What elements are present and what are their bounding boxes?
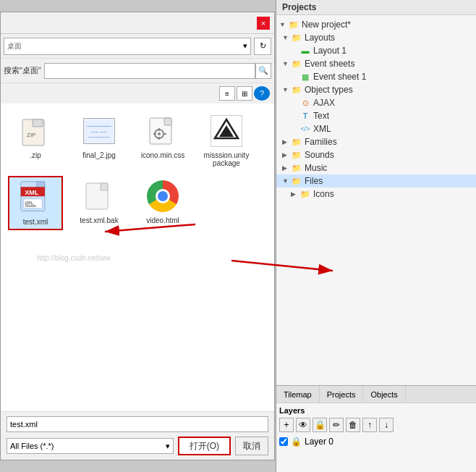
close-button[interactable]: × <box>257 17 270 30</box>
css-file-label: icono.min.css <box>141 151 185 159</box>
zip-file-label: .zip <box>30 151 41 159</box>
refresh-button[interactable]: ↻ <box>254 38 271 55</box>
search-bar: 搜索"桌面" 🔍 <box>1 59 274 83</box>
expand-arrow: ▼ <box>282 34 291 41</box>
delete-button[interactable]: 🗑 <box>346 418 360 432</box>
file-item-zip[interactable]: ZIP .zip <box>8 111 63 170</box>
folder-icon: 📁 <box>299 189 311 199</box>
xml-file-icon: XML XML Studio <box>18 180 53 215</box>
move-down-button[interactable]: ↓ <box>379 418 394 432</box>
search-button[interactable]: 🔍 <box>255 63 271 79</box>
layer-name: Layer 0 <box>305 437 333 447</box>
tree-label-families: Families <box>305 137 337 147</box>
open-button[interactable]: 打开(O) <box>178 437 231 455</box>
tree-item-layouts[interactable]: ▼ 📁 Layouts <box>276 31 476 44</box>
tree-label-eventsheet1: Event sheet 1 <box>313 72 366 82</box>
filename-input[interactable] <box>7 416 268 432</box>
edit-button[interactable]: ✏ <box>329 418 344 432</box>
no-arrow: ▶ <box>282 164 291 172</box>
view-controls: ≡ ⊞ ? <box>1 83 274 104</box>
tree-item-music[interactable]: ▶ 📁 Music <box>276 161 476 174</box>
tree-label-icons: Icons <box>313 189 334 199</box>
tree-item-families[interactable]: ▶ 📁 Families <box>276 135 476 148</box>
layers-header: Layers <box>279 406 473 415</box>
tree-item-layout1[interactable]: ▶ ▬ Layout 1 <box>276 44 476 57</box>
unity-file-label: misssion.unitypackage <box>202 151 251 167</box>
tree-item-icons[interactable]: ▶ 📁 Icons <box>276 187 476 201</box>
tree-label-layout1: Layout 1 <box>313 46 347 56</box>
tree-label-sounds: Sounds <box>305 150 334 160</box>
dialog-titlebar: × <box>1 12 274 34</box>
tree-item-eventsheet1[interactable]: ▶ ▦ Event sheet 1 <box>276 70 476 83</box>
file-item-xml[interactable]: XML XML Studio test.xml <box>8 176 63 230</box>
tree-item-ajax[interactable]: ▶ ⊙ AJAX <box>276 96 476 109</box>
file-item-bak[interactable]: test.xml.bak <box>72 176 127 230</box>
tree-label-eventsheets: Event sheets <box>305 59 354 69</box>
tree-label-newproject: New project* <box>302 20 351 30</box>
tree-label-ajax: AJAX <box>313 98 335 108</box>
folder-icon: 📁 <box>291 137 302 147</box>
tree-label-layouts: Layouts <box>305 33 335 43</box>
tab-projects[interactable]: Projects <box>320 386 364 403</box>
tab-tilemap[interactable]: Tilemap <box>276 386 320 403</box>
add-layer-button[interactable]: + <box>279 418 294 432</box>
folder-icon: 📁 <box>291 176 302 186</box>
cancel-button[interactable]: 取消 <box>235 437 268 455</box>
layers-area: Layers + 👁 🔒 ✏ 🗑 ↑ ↓ 🔒 Layer 0 <box>276 403 476 472</box>
footer-row2: All Files (*.*) ▾ 打开(O) 取消 <box>7 437 268 455</box>
visibility-button[interactable]: 👁 <box>296 418 310 432</box>
layer-item-0[interactable]: 🔒 Layer 0 <box>279 435 473 448</box>
tree-item-eventsheets[interactable]: ▼ 📁 Event sheets <box>276 57 476 70</box>
list-view-button[interactable]: ≡ <box>219 86 235 101</box>
html-file-icon <box>145 179 180 214</box>
folder-icon: 📁 <box>288 20 299 30</box>
tree-label-music: Music <box>305 163 327 173</box>
css-file-icon <box>145 114 180 148</box>
filetype-select[interactable]: All Files (*.*) ▾ <box>7 438 174 454</box>
bottom-tabs: Tilemap Projects Objects <box>276 386 476 403</box>
file-item-css[interactable]: icono.min.css <box>135 111 190 170</box>
file-item-jpg[interactable]: ────── ── ── ────── final_2.jpg <box>72 111 127 170</box>
jpg-file-icon: ────── ── ── ────── <box>82 114 116 148</box>
move-up-button[interactable]: ↑ <box>362 418 377 432</box>
layers-toolbar: + 👁 🔒 ✏ 🗑 ↑ ↓ <box>279 418 473 432</box>
tree-item-sounds[interactable]: ▶ 📁 Sounds <box>276 148 476 161</box>
svg-rect-1 <box>33 119 43 127</box>
svg-point-6 <box>158 132 161 135</box>
layer-visibility-checkbox[interactable] <box>279 437 288 446</box>
help-button[interactable]: ? <box>254 86 270 101</box>
dialog-footer: All Files (*.*) ▾ 打开(O) 取消 <box>1 411 274 460</box>
folder-icon: 📁 <box>291 163 302 173</box>
eventsheet-icon: ▦ <box>299 72 311 82</box>
folder-icon: 📁 <box>291 85 302 95</box>
expand-arrow: ▼ <box>279 21 288 28</box>
tree-item-files[interactable]: ▼ 📁 Files <box>276 174 476 187</box>
ajax-icon: ⊙ <box>299 98 311 108</box>
tree-item-text[interactable]: ▶ T Text <box>276 109 476 122</box>
tree-label-files: Files <box>305 176 323 186</box>
grid-view-button[interactable]: ⊞ <box>237 86 252 101</box>
svg-text:ZIP: ZIP <box>27 132 35 138</box>
expand-arrow: ▼ <box>282 177 291 185</box>
xml-file-label: test.xml <box>23 218 48 226</box>
file-item-unity[interactable]: misssion.unitypackage <box>199 111 254 170</box>
lock-button[interactable]: 🔒 <box>313 418 327 432</box>
svg-rect-8 <box>158 137 160 140</box>
tree-item-newproject[interactable]: ▼ 📁 New project* <box>276 18 476 31</box>
svg-rect-9 <box>153 133 156 135</box>
tab-objects[interactable]: Objects <box>363 386 405 403</box>
svg-rect-10 <box>163 133 166 135</box>
file-dialog: × 桌面 ▾ ↻ 搜索"桌面" 🔍 ≡ ⊞ ? ZIP <box>0 12 275 460</box>
svg-rect-7 <box>158 128 160 131</box>
layout-icon: ▬ <box>299 46 311 56</box>
layer-icon: 🔒 <box>291 437 302 447</box>
path-dropdown[interactable]: 桌面 ▾ <box>4 38 251 55</box>
projects-header: Projects <box>276 0 476 15</box>
file-grid: ZIP .zip ────── ── ── ────── final_2.jpg <box>1 104 274 411</box>
expand-arrow: ▼ <box>282 60 291 67</box>
tree-item-xml[interactable]: ▶ </> XML <box>276 122 476 135</box>
file-item-html[interactable]: video.html <box>135 176 190 230</box>
tree-item-objecttypes[interactable]: ▼ 📁 Object types <box>276 83 476 96</box>
search-input[interactable] <box>44 63 255 79</box>
svg-rect-4 <box>164 118 171 125</box>
